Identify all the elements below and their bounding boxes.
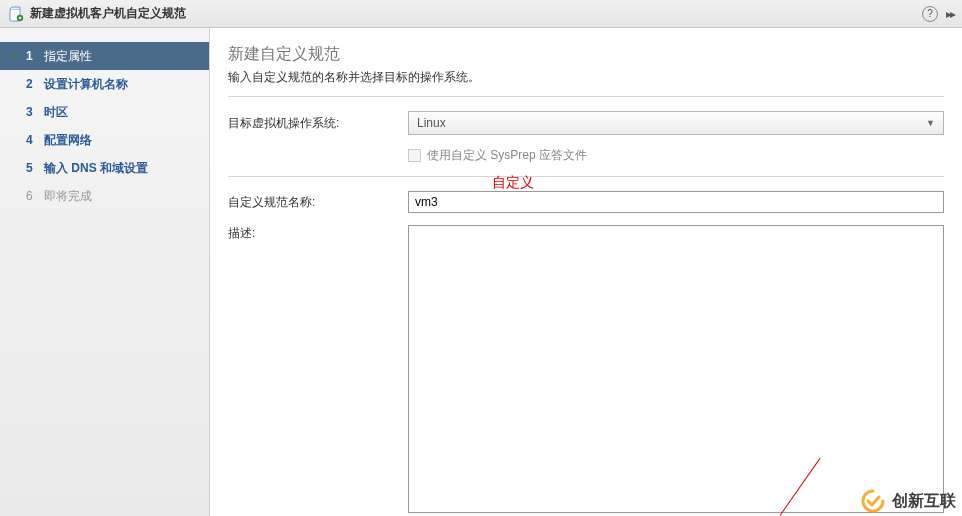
step-label: 配置网络 — [44, 132, 92, 149]
step-num: 6 — [26, 189, 40, 203]
step-label: 设置计算机名称 — [44, 76, 128, 93]
check-icon: ✓ — [10, 49, 24, 63]
step-computer-name[interactable]: 2 设置计算机名称 — [0, 70, 209, 98]
row-target-os: 目标虚拟机操作系统: Linux ▼ — [228, 111, 944, 135]
step-num: 3 — [26, 105, 40, 119]
content: ✓ 1 指定属性 2 设置计算机名称 3 时区 4 配置网络 5 输入 DNS … — [0, 28, 962, 516]
main-panel: 新建自定义规范 输入自定义规范的名称并选择目标的操作系统。 目标虚拟机操作系统:… — [210, 28, 962, 516]
watermark-text: 创新互联 — [892, 491, 956, 512]
step-label: 即将完成 — [44, 188, 92, 205]
step-num: 2 — [26, 77, 40, 91]
step-label: 时区 — [44, 104, 68, 121]
spec-name-input[interactable] — [408, 191, 944, 213]
sysprep-label: 使用自定义 SysPrep 应答文件 — [427, 147, 587, 164]
step-label: 指定属性 — [44, 48, 92, 65]
step-properties[interactable]: ✓ 1 指定属性 — [0, 42, 209, 70]
description-label: 描述: — [228, 225, 408, 242]
target-os-label: 目标虚拟机操作系统: — [228, 115, 408, 132]
row-spec-name: 自定义规范名称: — [228, 191, 944, 213]
spec-name-label: 自定义规范名称: — [228, 194, 408, 211]
sysprep-checkbox[interactable] — [408, 149, 421, 162]
page-subtitle: 输入自定义规范的名称并选择目标的操作系统。 — [228, 69, 944, 86]
step-timezone[interactable]: 3 时区 — [0, 98, 209, 126]
step-label: 输入 DNS 和域设置 — [44, 160, 148, 177]
step-network[interactable]: 4 配置网络 — [0, 126, 209, 154]
row-description: 描述: — [228, 225, 944, 516]
help-icon[interactable]: ? — [922, 6, 938, 22]
titlebar: 新建虚拟机客户机自定义规范 ? ▸▸ — [0, 0, 962, 28]
step-dns-domain[interactable]: 5 输入 DNS 和域设置 — [0, 154, 209, 182]
step-num: 4 — [26, 133, 40, 147]
chevron-down-icon: ▼ — [926, 118, 935, 128]
expand-icon[interactable]: ▸▸ — [946, 7, 954, 21]
watermark: 创新互联 — [860, 488, 956, 514]
target-os-select[interactable]: Linux ▼ — [408, 111, 944, 135]
wizard-sidebar: ✓ 1 指定属性 2 设置计算机名称 3 时区 4 配置网络 5 输入 DNS … — [0, 28, 210, 516]
step-num: 5 — [26, 161, 40, 175]
description-textarea[interactable] — [408, 225, 944, 513]
step-num: 1 — [26, 49, 40, 63]
step-ready-complete[interactable]: 6 即将完成 — [0, 182, 209, 210]
watermark-logo-icon — [860, 488, 886, 514]
dialog-title: 新建虚拟机客户机自定义规范 — [30, 5, 922, 22]
divider — [228, 96, 944, 97]
titlebar-actions: ? ▸▸ — [922, 6, 954, 22]
page-title: 新建自定义规范 — [228, 44, 944, 65]
select-value: Linux — [417, 116, 446, 130]
new-spec-icon — [8, 6, 24, 22]
divider — [228, 176, 944, 177]
row-sysprep: 使用自定义 SysPrep 应答文件 — [228, 147, 944, 164]
